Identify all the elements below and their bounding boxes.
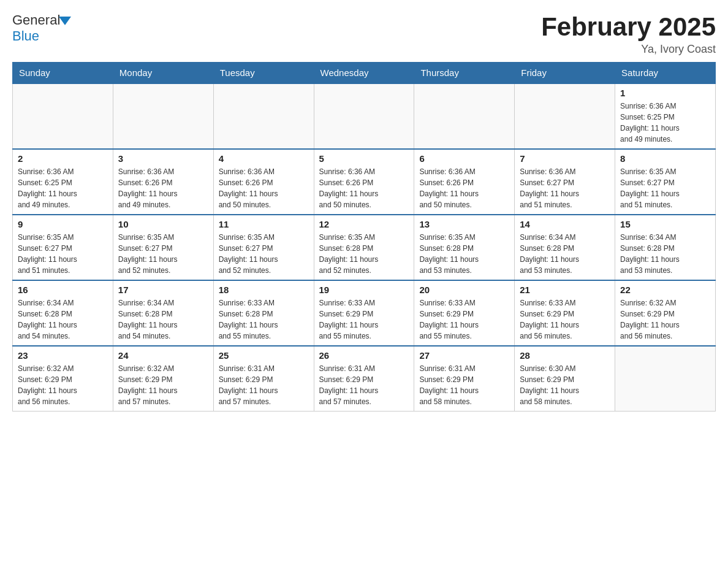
- calendar-cell: 3Sunrise: 6:36 AM Sunset: 6:26 PM Daylig…: [113, 149, 213, 215]
- day-number: 21: [520, 285, 610, 295]
- calendar-week-row: 1Sunrise: 6:36 AM Sunset: 6:25 PM Daylig…: [13, 83, 716, 149]
- day-number: 13: [419, 219, 509, 229]
- day-number: 20: [419, 285, 509, 295]
- day-info: Sunrise: 6:31 AM Sunset: 6:29 PM Dayligh…: [319, 363, 409, 407]
- page-header: General Blue February 2025 Ya, Ivory Coa…: [12, 12, 716, 56]
- calendar-cell: 22Sunrise: 6:32 AM Sunset: 6:29 PM Dayli…: [615, 280, 716, 346]
- day-number: 15: [620, 219, 710, 229]
- calendar-cell: [414, 83, 515, 149]
- day-number: 26: [319, 350, 409, 361]
- day-number: 5: [319, 153, 409, 164]
- day-info: Sunrise: 6:33 AM Sunset: 6:29 PM Dayligh…: [419, 297, 509, 342]
- calendar-cell: 13Sunrise: 6:35 AM Sunset: 6:28 PM Dayli…: [414, 215, 515, 280]
- calendar-cell: 1Sunrise: 6:36 AM Sunset: 6:25 PM Daylig…: [615, 83, 716, 149]
- day-number: 3: [118, 153, 208, 164]
- calendar-header-row: SundayMondayTuesdayWednesdayThursdayFrid…: [13, 63, 716, 84]
- day-info: Sunrise: 6:36 AM Sunset: 6:26 PM Dayligh…: [419, 166, 509, 210]
- day-info: Sunrise: 6:33 AM Sunset: 6:28 PM Dayligh…: [219, 297, 309, 342]
- day-info: Sunrise: 6:34 AM Sunset: 6:28 PM Dayligh…: [18, 297, 108, 342]
- title-block: February 2025 Ya, Ivory Coast: [541, 12, 716, 56]
- day-number: 23: [18, 350, 108, 361]
- day-info: Sunrise: 6:34 AM Sunset: 6:28 PM Dayligh…: [620, 232, 710, 276]
- logo: General Blue: [12, 12, 71, 44]
- day-info: Sunrise: 6:34 AM Sunset: 6:28 PM Dayligh…: [520, 232, 610, 276]
- calendar-cell: 24Sunrise: 6:32 AM Sunset: 6:29 PM Dayli…: [113, 346, 213, 412]
- calendar-cell: 4Sunrise: 6:36 AM Sunset: 6:26 PM Daylig…: [213, 149, 314, 215]
- day-info: Sunrise: 6:36 AM Sunset: 6:25 PM Dayligh…: [620, 101, 710, 145]
- calendar-cell: 10Sunrise: 6:35 AM Sunset: 6:27 PM Dayli…: [113, 215, 213, 280]
- calendar-cell: 21Sunrise: 6:33 AM Sunset: 6:29 PM Dayli…: [515, 280, 615, 346]
- calendar-cell: [213, 83, 314, 149]
- calendar-cell: 7Sunrise: 6:36 AM Sunset: 6:27 PM Daylig…: [515, 149, 615, 215]
- day-info: Sunrise: 6:35 AM Sunset: 6:28 PM Dayligh…: [319, 232, 409, 276]
- day-header-saturday: Saturday: [615, 63, 716, 84]
- day-info: Sunrise: 6:32 AM Sunset: 6:29 PM Dayligh…: [18, 363, 108, 407]
- day-info: Sunrise: 6:35 AM Sunset: 6:27 PM Dayligh…: [118, 232, 208, 276]
- day-number: 7: [520, 153, 610, 164]
- day-number: 18: [219, 285, 309, 295]
- day-info: Sunrise: 6:36 AM Sunset: 6:27 PM Dayligh…: [520, 166, 610, 210]
- day-header-wednesday: Wednesday: [314, 63, 414, 84]
- calendar-cell: 27Sunrise: 6:31 AM Sunset: 6:29 PM Dayli…: [414, 346, 515, 412]
- day-info: Sunrise: 6:35 AM Sunset: 6:27 PM Dayligh…: [620, 166, 710, 210]
- calendar-cell: 15Sunrise: 6:34 AM Sunset: 6:28 PM Dayli…: [615, 215, 716, 280]
- calendar-cell: 16Sunrise: 6:34 AM Sunset: 6:28 PM Dayli…: [13, 280, 113, 346]
- calendar-cell: 14Sunrise: 6:34 AM Sunset: 6:28 PM Dayli…: [515, 215, 615, 280]
- day-number: 4: [219, 153, 309, 164]
- day-info: Sunrise: 6:34 AM Sunset: 6:28 PM Dayligh…: [118, 297, 208, 342]
- calendar-table: SundayMondayTuesdayWednesdayThursdayFrid…: [12, 62, 716, 412]
- day-number: 1: [620, 88, 710, 98]
- calendar-cell: [615, 346, 716, 412]
- day-number: 10: [118, 219, 208, 229]
- day-info: Sunrise: 6:35 AM Sunset: 6:27 PM Dayligh…: [219, 232, 309, 276]
- day-number: 9: [18, 219, 108, 229]
- day-header-tuesday: Tuesday: [213, 63, 314, 84]
- day-info: Sunrise: 6:35 AM Sunset: 6:28 PM Dayligh…: [419, 232, 509, 276]
- day-header-friday: Friday: [515, 63, 615, 84]
- day-info: Sunrise: 6:33 AM Sunset: 6:29 PM Dayligh…: [319, 297, 409, 342]
- calendar-cell: [113, 83, 213, 149]
- day-number: 28: [520, 350, 610, 361]
- calendar-week-row: 9Sunrise: 6:35 AM Sunset: 6:27 PM Daylig…: [13, 215, 716, 280]
- calendar-cell: 5Sunrise: 6:36 AM Sunset: 6:26 PM Daylig…: [314, 149, 414, 215]
- calendar-cell: 8Sunrise: 6:35 AM Sunset: 6:27 PM Daylig…: [615, 149, 716, 215]
- day-info: Sunrise: 6:35 AM Sunset: 6:27 PM Dayligh…: [18, 232, 108, 276]
- calendar-cell: 23Sunrise: 6:32 AM Sunset: 6:29 PM Dayli…: [13, 346, 113, 412]
- logo-general-text: General: [12, 12, 60, 28]
- day-number: 25: [219, 350, 309, 361]
- day-info: Sunrise: 6:30 AM Sunset: 6:29 PM Dayligh…: [520, 363, 610, 407]
- calendar-cell: [515, 83, 615, 149]
- logo-arrow-icon: [59, 17, 71, 25]
- day-number: 11: [219, 219, 309, 229]
- day-number: 24: [118, 350, 208, 361]
- calendar-cell: 9Sunrise: 6:35 AM Sunset: 6:27 PM Daylig…: [13, 215, 113, 280]
- calendar-week-row: 2Sunrise: 6:36 AM Sunset: 6:25 PM Daylig…: [13, 149, 716, 215]
- day-info: Sunrise: 6:33 AM Sunset: 6:29 PM Dayligh…: [520, 297, 610, 342]
- calendar-week-row: 23Sunrise: 6:32 AM Sunset: 6:29 PM Dayli…: [13, 346, 716, 412]
- day-number: 6: [419, 153, 509, 164]
- day-info: Sunrise: 6:32 AM Sunset: 6:29 PM Dayligh…: [118, 363, 208, 407]
- day-number: 8: [620, 153, 710, 164]
- calendar-cell: 18Sunrise: 6:33 AM Sunset: 6:28 PM Dayli…: [213, 280, 314, 346]
- calendar-cell: 6Sunrise: 6:36 AM Sunset: 6:26 PM Daylig…: [414, 149, 515, 215]
- day-info: Sunrise: 6:36 AM Sunset: 6:26 PM Dayligh…: [118, 166, 208, 210]
- calendar-cell: 19Sunrise: 6:33 AM Sunset: 6:29 PM Dayli…: [314, 280, 414, 346]
- day-number: 12: [319, 219, 409, 229]
- month-title: February 2025: [541, 12, 716, 42]
- calendar-cell: 2Sunrise: 6:36 AM Sunset: 6:25 PM Daylig…: [13, 149, 113, 215]
- calendar-cell: 11Sunrise: 6:35 AM Sunset: 6:27 PM Dayli…: [213, 215, 314, 280]
- day-header-thursday: Thursday: [414, 63, 515, 84]
- logo-blue-text: Blue: [12, 28, 71, 44]
- calendar-cell: 17Sunrise: 6:34 AM Sunset: 6:28 PM Dayli…: [113, 280, 213, 346]
- calendar-week-row: 16Sunrise: 6:34 AM Sunset: 6:28 PM Dayli…: [13, 280, 716, 346]
- day-number: 17: [118, 285, 208, 295]
- day-info: Sunrise: 6:36 AM Sunset: 6:25 PM Dayligh…: [18, 166, 108, 210]
- day-number: 2: [18, 153, 108, 164]
- day-number: 19: [319, 285, 409, 295]
- day-info: Sunrise: 6:36 AM Sunset: 6:26 PM Dayligh…: [319, 166, 409, 210]
- calendar-cell: [314, 83, 414, 149]
- location-title: Ya, Ivory Coast: [541, 43, 716, 56]
- day-info: Sunrise: 6:31 AM Sunset: 6:29 PM Dayligh…: [419, 363, 509, 407]
- calendar-cell: 26Sunrise: 6:31 AM Sunset: 6:29 PM Dayli…: [314, 346, 414, 412]
- calendar-cell: [13, 83, 113, 149]
